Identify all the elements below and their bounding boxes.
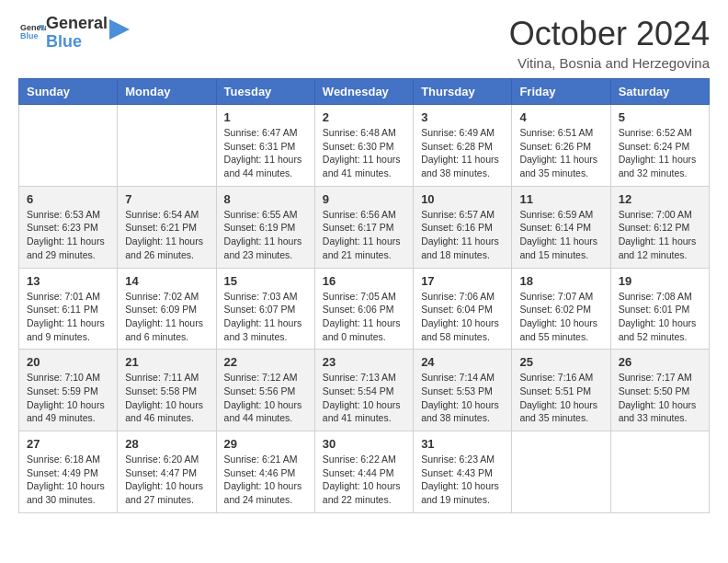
cell-content: Sunrise: 6:56 AM Sunset: 6:17 PM Dayligh… xyxy=(323,208,405,262)
cell-content: Sunrise: 6:59 AM Sunset: 6:14 PM Dayligh… xyxy=(519,208,602,262)
calendar-cell: 3Sunrise: 6:49 AM Sunset: 6:28 PM Daylig… xyxy=(414,105,512,187)
calendar-cell: 18Sunrise: 7:07 AM Sunset: 6:02 PM Dayli… xyxy=(512,268,610,350)
cell-content: Sunrise: 7:02 AM Sunset: 6:09 PM Dayligh… xyxy=(125,290,208,344)
calendar-cell: 21Sunrise: 7:11 AM Sunset: 5:58 PM Dayli… xyxy=(118,350,216,431)
calendar-cell: 19Sunrise: 7:08 AM Sunset: 6:01 PM Dayli… xyxy=(610,268,709,350)
cell-content: Sunrise: 7:08 AM Sunset: 6:01 PM Dayligh… xyxy=(619,290,701,344)
calendar-cell xyxy=(19,105,118,187)
day-number: 25 xyxy=(519,355,602,369)
cell-content: Sunrise: 7:07 AM Sunset: 6:02 PM Dayligh… xyxy=(519,290,602,344)
cell-content: Sunrise: 7:17 AM Sunset: 5:50 PM Dayligh… xyxy=(619,371,701,425)
cell-content: Sunrise: 6:57 AM Sunset: 6:16 PM Dayligh… xyxy=(421,208,504,262)
cell-content: Sunrise: 7:05 AM Sunset: 6:06 PM Dayligh… xyxy=(323,290,405,344)
cell-content: Sunrise: 6:23 AM Sunset: 4:43 PM Dayligh… xyxy=(421,453,504,507)
day-number: 22 xyxy=(224,355,307,369)
calendar-cell: 10Sunrise: 6:57 AM Sunset: 6:16 PM Dayli… xyxy=(414,186,512,268)
logo-general-text: General xyxy=(46,15,108,33)
day-number: 20 xyxy=(27,355,109,369)
calendar-day-header: Tuesday xyxy=(216,79,314,105)
day-number: 12 xyxy=(619,192,701,206)
calendar-cell: 28Sunrise: 6:20 AM Sunset: 4:47 PM Dayli… xyxy=(118,431,216,513)
calendar-cell: 22Sunrise: 7:12 AM Sunset: 5:56 PM Dayli… xyxy=(216,350,314,431)
calendar-week-row: 27Sunrise: 6:18 AM Sunset: 4:49 PM Dayli… xyxy=(19,431,710,513)
cell-content: Sunrise: 6:21 AM Sunset: 4:46 PM Dayligh… xyxy=(224,453,307,507)
cell-content: Sunrise: 7:14 AM Sunset: 5:53 PM Dayligh… xyxy=(421,371,504,425)
cell-content: Sunrise: 7:12 AM Sunset: 5:56 PM Dayligh… xyxy=(224,371,307,425)
day-number: 3 xyxy=(421,110,504,124)
day-number: 24 xyxy=(421,355,504,369)
calendar-cell: 17Sunrise: 7:06 AM Sunset: 6:04 PM Dayli… xyxy=(414,268,512,350)
calendar-cell: 23Sunrise: 7:13 AM Sunset: 5:54 PM Dayli… xyxy=(314,350,413,431)
day-number: 27 xyxy=(27,437,109,451)
calendar-cell: 7Sunrise: 6:54 AM Sunset: 6:21 PM Daylig… xyxy=(118,186,216,268)
cell-content: Sunrise: 6:54 AM Sunset: 6:21 PM Dayligh… xyxy=(125,208,208,262)
calendar-week-row: 6Sunrise: 6:53 AM Sunset: 6:23 PM Daylig… xyxy=(19,186,710,268)
day-number: 26 xyxy=(619,355,701,369)
page-header: General Blue General Blue October 2024 V… xyxy=(0,0,728,78)
calendar-header-row: SundayMondayTuesdayWednesdayThursdayFrid… xyxy=(19,79,710,105)
cell-content: Sunrise: 6:51 AM Sunset: 6:26 PM Dayligh… xyxy=(519,126,602,180)
cell-content: Sunrise: 7:16 AM Sunset: 5:51 PM Dayligh… xyxy=(519,371,602,425)
cell-content: Sunrise: 6:18 AM Sunset: 4:49 PM Dayligh… xyxy=(27,453,109,507)
cell-content: Sunrise: 7:00 AM Sunset: 6:12 PM Dayligh… xyxy=(619,208,701,262)
day-number: 2 xyxy=(323,110,405,124)
month-title: October 2024 xyxy=(509,15,710,53)
cell-content: Sunrise: 7:03 AM Sunset: 6:07 PM Dayligh… xyxy=(224,290,307,344)
calendar-cell: 9Sunrise: 6:56 AM Sunset: 6:17 PM Daylig… xyxy=(314,186,413,268)
cell-content: Sunrise: 7:10 AM Sunset: 5:59 PM Dayligh… xyxy=(27,371,109,425)
day-number: 15 xyxy=(224,274,307,288)
cell-content: Sunrise: 7:13 AM Sunset: 5:54 PM Dayligh… xyxy=(323,371,405,425)
cell-content: Sunrise: 6:55 AM Sunset: 6:19 PM Dayligh… xyxy=(224,208,307,262)
cell-content: Sunrise: 7:11 AM Sunset: 5:58 PM Dayligh… xyxy=(125,371,208,425)
day-number: 19 xyxy=(619,274,701,288)
calendar-day-header: Saturday xyxy=(610,79,709,105)
logo-icon: General Blue xyxy=(20,18,46,44)
calendar-day-header: Friday xyxy=(512,79,610,105)
calendar-day-header: Wednesday xyxy=(314,79,413,105)
calendar-cell: 6Sunrise: 6:53 AM Sunset: 6:23 PM Daylig… xyxy=(19,186,118,268)
day-number: 28 xyxy=(125,437,208,451)
day-number: 8 xyxy=(224,192,307,206)
cell-content: Sunrise: 7:01 AM Sunset: 6:11 PM Dayligh… xyxy=(27,290,109,344)
calendar-cell: 27Sunrise: 6:18 AM Sunset: 4:49 PM Dayli… xyxy=(19,431,118,513)
day-number: 7 xyxy=(125,192,208,206)
calendar-cell: 24Sunrise: 7:14 AM Sunset: 5:53 PM Dayli… xyxy=(414,350,512,431)
calendar-cell: 25Sunrise: 7:16 AM Sunset: 5:51 PM Dayli… xyxy=(512,350,610,431)
calendar-cell: 16Sunrise: 7:05 AM Sunset: 6:06 PM Dayli… xyxy=(314,268,413,350)
title-block: October 2024 Vitina, Bosnia and Herzegov… xyxy=(509,15,710,71)
logo-blue-text: Blue xyxy=(46,33,108,52)
logo: General Blue General Blue xyxy=(18,15,130,52)
cell-content: Sunrise: 6:48 AM Sunset: 6:30 PM Dayligh… xyxy=(323,126,405,180)
day-number: 4 xyxy=(519,110,602,124)
calendar-week-row: 13Sunrise: 7:01 AM Sunset: 6:11 PM Dayli… xyxy=(19,268,710,350)
cell-content: Sunrise: 6:53 AM Sunset: 6:23 PM Dayligh… xyxy=(27,208,109,262)
day-number: 6 xyxy=(27,192,109,206)
calendar-day-header: Monday xyxy=(118,79,216,105)
calendar-week-row: 20Sunrise: 7:10 AM Sunset: 5:59 PM Dayli… xyxy=(19,350,710,431)
calendar-cell: 15Sunrise: 7:03 AM Sunset: 6:07 PM Dayli… xyxy=(216,268,314,350)
calendar-cell: 14Sunrise: 7:02 AM Sunset: 6:09 PM Dayli… xyxy=(118,268,216,350)
svg-marker-3 xyxy=(109,19,130,40)
day-number: 14 xyxy=(125,274,208,288)
calendar-cell: 29Sunrise: 6:21 AM Sunset: 4:46 PM Dayli… xyxy=(216,431,314,513)
calendar-cell: 30Sunrise: 6:22 AM Sunset: 4:44 PM Dayli… xyxy=(314,431,413,513)
day-number: 17 xyxy=(421,274,504,288)
logo-arrow-icon xyxy=(109,19,130,40)
calendar-cell: 4Sunrise: 6:51 AM Sunset: 6:26 PM Daylig… xyxy=(512,105,610,187)
day-number: 1 xyxy=(224,110,307,124)
day-number: 18 xyxy=(519,274,602,288)
svg-text:Blue: Blue xyxy=(20,31,38,40)
calendar-cell xyxy=(118,105,216,187)
cell-content: Sunrise: 6:47 AM Sunset: 6:31 PM Dayligh… xyxy=(224,126,307,180)
calendar-week-row: 1Sunrise: 6:47 AM Sunset: 6:31 PM Daylig… xyxy=(19,105,710,187)
day-number: 5 xyxy=(619,110,701,124)
calendar-cell: 20Sunrise: 7:10 AM Sunset: 5:59 PM Dayli… xyxy=(19,350,118,431)
day-number: 11 xyxy=(519,192,602,206)
calendar-cell: 1Sunrise: 6:47 AM Sunset: 6:31 PM Daylig… xyxy=(216,105,314,187)
cell-content: Sunrise: 6:52 AM Sunset: 6:24 PM Dayligh… xyxy=(619,126,701,180)
day-number: 30 xyxy=(323,437,405,451)
cell-content: Sunrise: 7:06 AM Sunset: 6:04 PM Dayligh… xyxy=(421,290,504,344)
day-number: 16 xyxy=(323,274,405,288)
day-number: 9 xyxy=(323,192,405,206)
calendar-cell: 5Sunrise: 6:52 AM Sunset: 6:24 PM Daylig… xyxy=(610,105,709,187)
